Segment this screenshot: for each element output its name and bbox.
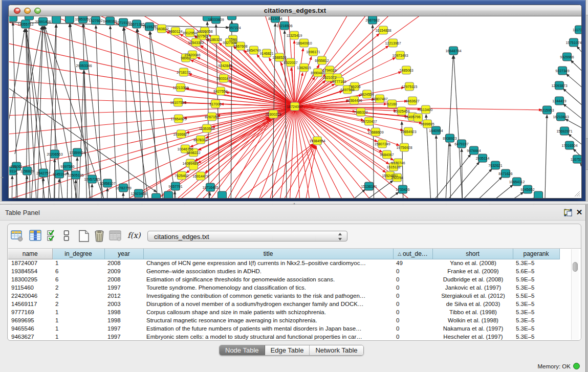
network-graph[interactable]: 1405571220691406108532671527602646616010… [9, 16, 581, 198]
panel-collapse-arrow-icon[interactable] [0, 177, 4, 182]
svg-text:3113400: 3113400 [419, 108, 433, 112]
column-header-year[interactable]: year [104, 249, 143, 259]
window-titlebar[interactable]: citations_edges.txt [9, 5, 581, 16]
svg-text:3824554: 3824554 [360, 93, 374, 96]
memory-status-indicator [573, 363, 580, 369]
table-row[interactable]: 1456911722003Disruption of a novel membe… [8, 300, 559, 308]
svg-text:15720407: 15720407 [361, 120, 377, 123]
svg-text:3498222: 3498222 [186, 151, 200, 155]
table-row[interactable]: 969969511998Structural magnetic resonanc… [8, 316, 559, 324]
window-resize-grip[interactable] [573, 190, 580, 197]
svg-text:7357224: 7357224 [227, 26, 241, 30]
svg-text:1621072: 1621072 [322, 76, 336, 79]
svg-text:16107553: 16107553 [170, 101, 186, 104]
left-edge-strip [0, 0, 2, 205]
svg-text:9397586: 9397586 [60, 165, 74, 168]
svg-text:11325419: 11325419 [287, 34, 302, 37]
table-row[interactable]: 946554611997Estimation of the future num… [8, 324, 559, 333]
column-header-in_degree[interactable]: in_degree [52, 249, 104, 259]
right-edge-strip [585, 0, 588, 205]
function-builder-icon[interactable]: f(x) [127, 231, 141, 240]
import-table-disabled-icon[interactable] [109, 230, 122, 242]
svg-text:20691406: 20691406 [35, 20, 51, 24]
svg-text:14099489: 14099489 [182, 162, 198, 165]
svg-text:16033809: 16033809 [208, 18, 224, 21]
svg-text:10688609: 10688609 [367, 130, 383, 134]
svg-text:1527602: 1527602 [89, 19, 102, 23]
table-scrollbar[interactable] [571, 249, 579, 340]
svg-text:1244419: 1244419 [552, 99, 566, 103]
svg-text:20364436: 20364436 [346, 99, 362, 102]
svg-text:8186328: 8186328 [208, 38, 222, 41]
table-row[interactable]: 2242004622012Investigating the contribut… [8, 292, 559, 300]
combo-stepper-icon [337, 232, 343, 242]
svg-text:12213967: 12213967 [385, 41, 401, 45]
tab-node-table[interactable]: Node Table [220, 345, 265, 355]
tab-network-table[interactable]: Network Table [310, 345, 363, 355]
float-panel-icon[interactable] [563, 208, 573, 217]
select-mode-icon[interactable] [47, 230, 58, 242]
svg-text:8678332: 8678332 [193, 138, 207, 142]
new-file-icon[interactable] [78, 230, 90, 243]
sort-ascending-icon: △ [398, 251, 401, 256]
table-scrollbar-thumb[interactable] [573, 262, 578, 272]
svg-text:12093873: 12093873 [551, 84, 567, 87]
svg-text:12923468: 12923468 [130, 192, 146, 195]
svg-text:17975115: 17975115 [402, 85, 418, 89]
svg-text:7663822: 7663822 [155, 27, 168, 31]
split-pane-handle[interactable]: ▴ [292, 202, 296, 204]
table-source-value: citations_edges.txt [154, 233, 209, 240]
column-header-pagerank[interactable]: pagerank [513, 249, 559, 259]
svg-text:7485063: 7485063 [399, 69, 413, 72]
table-panel-title: Table Panel [5, 209, 40, 216]
column-header-title[interactable]: title [143, 249, 393, 259]
table-settings-icon[interactable] [11, 230, 24, 242]
table-row[interactable]: 1938455462009Genome–wide association stu… [8, 267, 559, 275]
svg-text:15751074: 15751074 [565, 41, 581, 45]
svg-text:15692971: 15692971 [556, 129, 572, 133]
svg-text:1588520: 1588520 [272, 56, 286, 59]
svg-text:1145194: 1145194 [53, 172, 67, 176]
svg-text:8471626: 8471626 [498, 172, 512, 176]
svg-text:16543382: 16543382 [188, 41, 204, 45]
table-tabs-bar: Node TableEdge TableNetwork Table [0, 344, 588, 359]
svg-text:8427552: 8427552 [213, 90, 227, 93]
svg-text:1362615: 1362615 [297, 66, 311, 70]
merge-rows-icon[interactable] [63, 230, 70, 242]
svg-text:11353594: 11353594 [199, 127, 215, 130]
network-view-window[interactable]: citations_edges.txt 14055712206914061085… [8, 5, 582, 199]
table-row[interactable]: 946362711997Embryonic stem cells: a mode… [8, 333, 559, 340]
table-panel-body: f(x) citations_edges.txt namein_degreeye… [7, 224, 581, 341]
column-header-name[interactable]: name [8, 249, 52, 259]
svg-text:7986322: 7986322 [354, 111, 367, 114]
svg-text:9327503: 9327503 [194, 34, 208, 38]
network-desktop: citations_edges.txt 14055712206914061085… [0, 0, 588, 205]
delete-rows-icon[interactable] [93, 230, 105, 243]
svg-text:19716485: 19716485 [202, 186, 218, 189]
show-columns-icon[interactable] [29, 230, 42, 242]
column-header-short[interactable]: short [432, 249, 513, 259]
svg-text:18724007: 18724007 [287, 105, 302, 108]
svg-text:20206563: 20206563 [47, 152, 62, 156]
table-source-select[interactable]: citations_edges.txt [147, 231, 347, 242]
svg-text:6794028: 6794028 [322, 69, 336, 72]
svg-text:6955812: 6955812 [315, 59, 329, 62]
svg-text:1640954: 1640954 [429, 129, 443, 133]
tab-edge-table[interactable]: Edge Table [265, 345, 310, 355]
table-row[interactable]: 1872400712008Changes of HCN gene express… [8, 259, 559, 267]
column-header-out_de[interactable]: △out_de… [393, 249, 432, 259]
svg-text:6497568: 6497568 [340, 88, 354, 92]
table-row[interactable]: 1830029562008Estimation of significance … [8, 275, 559, 283]
table-row[interactable]: 911546021997Tourette syndrome. Phenomeno… [8, 283, 559, 292]
svg-text:2942757: 2942757 [36, 171, 50, 175]
svg-text:9474444: 9474444 [467, 149, 481, 152]
svg-text:1696171: 1696171 [306, 50, 320, 54]
close-panel-icon[interactable]: ✕ [575, 208, 583, 217]
svg-text:2803144: 2803144 [216, 77, 230, 80]
svg-text:17016504: 17016504 [561, 144, 577, 147]
svg-text:6479197: 6479197 [454, 142, 468, 146]
svg-text:2935114: 2935114 [476, 157, 490, 160]
split-pane-divider[interactable]: ▴ [0, 201, 588, 205]
table-row[interactable]: 977716911998Corpus callosum shape and si… [8, 308, 559, 316]
network-canvas[interactable]: 1405571220691406108532671527602646616010… [9, 16, 581, 198]
